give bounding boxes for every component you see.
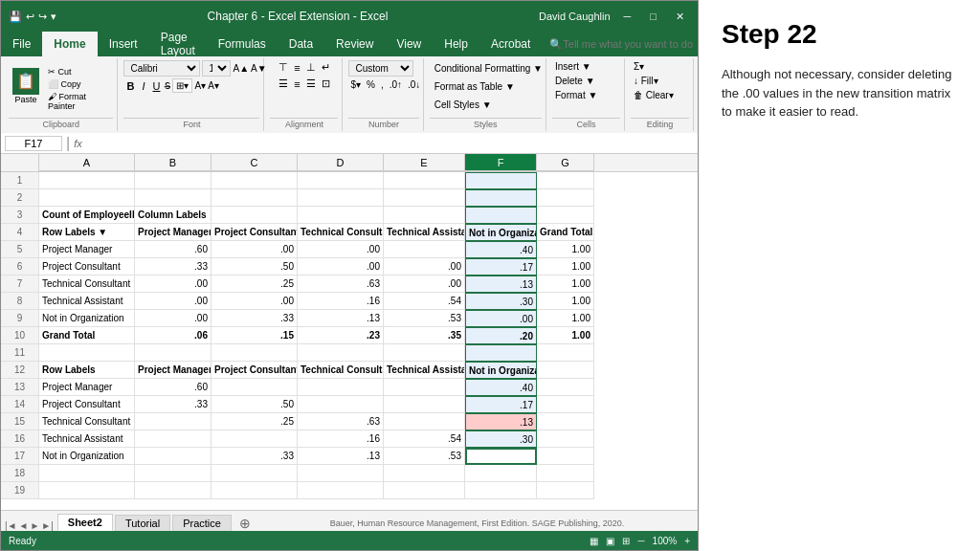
cell-b14[interactable]: .33 xyxy=(135,396,212,413)
italic-button[interactable]: I xyxy=(139,79,147,93)
font-color-btn[interactable]: A▾ xyxy=(208,80,219,91)
cell-d7[interactable]: .63 xyxy=(298,276,384,293)
paste-button[interactable]: 📋 Paste xyxy=(9,66,43,112)
cell-a18[interactable] xyxy=(39,465,135,482)
align-center-btn[interactable]: ≡ xyxy=(292,77,301,91)
cell-c16[interactable] xyxy=(212,430,298,448)
cell-f9[interactable]: .00 xyxy=(465,310,537,327)
sheet-tab-sheet2[interactable]: Sheet2 xyxy=(57,514,113,531)
col-header-e[interactable]: E xyxy=(384,154,465,171)
cell-g19[interactable] xyxy=(537,482,594,499)
name-box[interactable] xyxy=(5,136,62,151)
sheet-tab-tutorial[interactable]: Tutorial xyxy=(115,515,170,531)
cell-f1[interactable] xyxy=(465,172,537,189)
cell-g5[interactable]: 1.00 xyxy=(537,241,594,258)
cell-a10[interactable]: Grand Total xyxy=(39,327,135,344)
cell-g1[interactable] xyxy=(537,172,594,189)
cell-e12[interactable]: Technical Assistant xyxy=(384,362,465,379)
align-left-btn[interactable]: ☰ xyxy=(277,77,290,91)
cell-c15[interactable]: .25 xyxy=(212,413,298,430)
cell-c3[interactable] xyxy=(212,207,298,224)
cell-c18[interactable] xyxy=(212,465,298,482)
tab-help[interactable]: Help xyxy=(433,32,479,56)
tab-formulas[interactable]: Formulas xyxy=(207,32,278,56)
cell-b13[interactable]: .60 xyxy=(135,379,212,396)
cell-d5[interactable]: .00 xyxy=(298,241,384,258)
minimize-btn[interactable]: ─ xyxy=(618,11,637,22)
view-page-break-btn[interactable]: ⊞ xyxy=(622,536,630,546)
tab-review[interactable]: Review xyxy=(324,32,385,56)
cell-e3[interactable] xyxy=(384,207,465,224)
cell-f16[interactable]: .30 xyxy=(465,430,537,448)
font-increase-btn[interactable]: A▲ xyxy=(233,63,249,74)
cell-f10[interactable]: .20 xyxy=(465,327,537,344)
col-header-c[interactable]: C xyxy=(212,154,298,171)
zoom-in-btn[interactable]: + xyxy=(684,536,690,546)
cell-c14[interactable]: .50 xyxy=(212,396,298,413)
cell-g11[interactable] xyxy=(537,344,594,362)
cell-a4[interactable]: Row Labels ▼ xyxy=(39,224,135,241)
tab-acrobat[interactable]: Acrobat xyxy=(479,32,542,56)
font-name-select[interactable]: Calibri xyxy=(123,60,200,77)
sheet-tab-practice[interactable]: Practice xyxy=(172,515,232,531)
cell-d1[interactable] xyxy=(298,172,384,189)
currency-btn[interactable]: $▾ xyxy=(348,78,363,91)
border-btn[interactable]: ⊞▾ xyxy=(172,78,192,93)
copy-button[interactable]: ⬜ Copy xyxy=(45,78,113,90)
cell-b12[interactable]: Project Manager xyxy=(135,362,212,379)
restore-btn[interactable]: □ xyxy=(644,11,662,22)
cell-a14[interactable]: Project Consultant xyxy=(39,396,135,413)
cell-b5[interactable]: .60 xyxy=(135,241,212,258)
underline-button[interactable]: U xyxy=(150,79,164,93)
cell-e8[interactable]: .54 xyxy=(384,293,465,310)
tab-file[interactable]: File xyxy=(1,32,42,56)
cell-f14[interactable]: .17 xyxy=(465,396,537,413)
add-sheet-btn[interactable]: ⊕ xyxy=(234,516,256,531)
strikethrough-btn[interactable]: S̶ xyxy=(165,80,170,91)
view-normal-btn[interactable]: ▦ xyxy=(590,536,598,546)
cell-c9[interactable]: .33 xyxy=(212,310,298,327)
cell-c2[interactable] xyxy=(212,189,298,207)
clear-btn[interactable]: 🗑 Clear▾ xyxy=(631,89,677,101)
cell-a2[interactable] xyxy=(39,189,135,207)
align-middle-btn[interactable]: ≡ xyxy=(292,61,301,75)
percent-btn[interactable]: % xyxy=(365,78,377,91)
cell-g14[interactable] xyxy=(537,396,594,413)
cell-d6[interactable]: .00 xyxy=(298,258,384,276)
cell-e17[interactable]: .53 xyxy=(384,448,465,465)
insert-btn[interactable]: Insert ▼ xyxy=(552,60,594,73)
cell-styles-btn[interactable]: Cell Styles ▼ xyxy=(430,97,497,113)
cell-d3[interactable] xyxy=(298,207,384,224)
cell-a17[interactable]: Not in Organization xyxy=(39,448,135,465)
cell-g2[interactable] xyxy=(537,189,594,207)
format-as-table-btn[interactable]: Format as Table ▼ xyxy=(430,78,520,95)
quick-access-save[interactable]: 💾 xyxy=(9,11,22,23)
cell-b2[interactable] xyxy=(135,189,212,207)
cell-b18[interactable] xyxy=(135,465,212,482)
cell-d2[interactable] xyxy=(298,189,384,207)
cell-b17[interactable] xyxy=(135,448,212,465)
cell-d17[interactable]: .13 xyxy=(298,448,384,465)
cell-a12[interactable]: Row Labels xyxy=(39,362,135,379)
cell-a6[interactable]: Project Consultant xyxy=(39,258,135,276)
formula-input[interactable] xyxy=(86,137,694,150)
cell-b6[interactable]: .33 xyxy=(135,258,212,276)
view-layout-btn[interactable]: ▣ xyxy=(606,536,614,546)
cell-a16[interactable]: Technical Assistant xyxy=(39,430,135,448)
col-header-f[interactable]: F xyxy=(465,154,537,171)
cell-d9[interactable]: .13 xyxy=(298,310,384,327)
cell-d19[interactable] xyxy=(298,482,384,499)
tab-page-layout[interactable]: Page Layout xyxy=(149,32,207,56)
tab-nav-prev[interactable]: ◄ xyxy=(19,520,29,531)
merge-btn[interactable]: ⊡ xyxy=(320,77,332,91)
cell-a3[interactable]: Count of EmployeeID xyxy=(39,207,135,224)
cell-d10[interactable]: .23 xyxy=(298,327,384,344)
cell-d16[interactable]: .16 xyxy=(298,430,384,448)
cell-f3[interactable] xyxy=(465,207,537,224)
cell-f8[interactable]: .30 xyxy=(465,293,537,310)
fill-btn[interactable]: ↓ Fill▾ xyxy=(631,75,661,87)
cell-g9[interactable]: 1.00 xyxy=(537,310,594,327)
align-bottom-btn[interactable]: ⊥ xyxy=(304,60,318,75)
cell-g12[interactable] xyxy=(537,362,594,379)
cell-c4[interactable]: Project Consultant xyxy=(212,224,298,241)
